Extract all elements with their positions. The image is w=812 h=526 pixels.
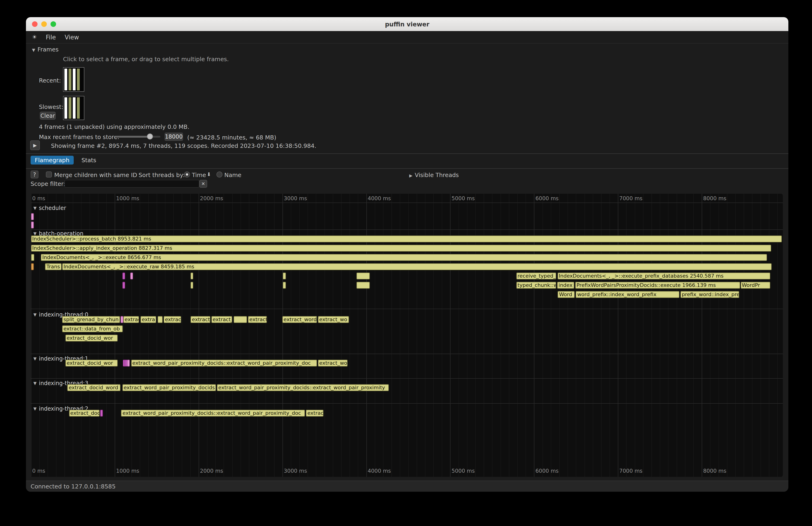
sort-name-radio[interactable] [216, 172, 222, 177]
scope-bar[interactable]: extract_word_pair_proximity_docids::extr… [121, 410, 305, 417]
scope-bar[interactable]: IndexScheduler>::process_batch 8953.821 … [31, 235, 782, 243]
menubar: ☀ FileView [26, 31, 788, 44]
recent-frames-thumb[interactable] [63, 67, 84, 92]
frames-hint: Click to select a frame, or drag to sele… [63, 56, 229, 62]
scope-bar[interactable] [130, 273, 133, 279]
scope-bar[interactable] [190, 273, 193, 279]
scope-bar[interactable] [31, 254, 34, 261]
scope-bar[interactable]: WordPr [740, 282, 770, 289]
collapse-down-icon: ▼ [33, 356, 37, 361]
minimize-window-button[interactable] [41, 21, 47, 27]
scope-bar[interactable] [356, 282, 369, 289]
scope-bar[interactable] [122, 273, 125, 279]
frames-section-label: Frames [38, 46, 59, 53]
scope-bar[interactable]: typed_chunk::w [516, 282, 556, 289]
time-tick-bottom: 5000 ms [452, 468, 475, 474]
connection-status: Connected to 127.0.0.1:8585 [31, 483, 116, 490]
frame-bar[interactable] [69, 69, 71, 90]
scope-bar[interactable]: prefix_word::index_prefix_wo [680, 291, 739, 298]
frame-bar[interactable] [69, 97, 71, 119]
scope-bar[interactable]: extract [248, 316, 267, 323]
scope-bar[interactable]: PrefixWordPairsProximityDocids::execute … [575, 282, 740, 289]
scope-bar[interactable]: Word [557, 291, 575, 298]
scope-bar[interactable]: index [557, 282, 574, 289]
frame-bar[interactable] [77, 69, 80, 90]
merge-children-checkbox[interactable] [46, 172, 52, 177]
flamegraph-canvas[interactable]: 0 ms0 ms1000 ms1000 ms2000 ms2000 ms3000… [31, 194, 783, 477]
clear-frames-button[interactable]: Clear [40, 112, 56, 120]
frames-section-header[interactable]: ▼Frames [32, 46, 59, 53]
slowest-frames-thumb[interactable] [63, 96, 84, 120]
scope-bar[interactable]: IndexDocuments<_, _>::execute 8656.677 m… [41, 254, 767, 261]
scope-bar[interactable]: extrac [306, 410, 323, 417]
scope-bar[interactable]: Trans [45, 263, 62, 270]
frame-bar[interactable] [64, 69, 67, 90]
scope-bar[interactable]: extract_word [282, 316, 317, 323]
scope-bar[interactable] [356, 273, 369, 279]
help-button[interactable]: ? [31, 171, 39, 178]
scope-bar[interactable] [283, 282, 286, 289]
merge-children-label[interactable]: Merge children with same ID [54, 172, 137, 178]
scope-bar[interactable]: extract_ [211, 316, 232, 323]
frame-bar[interactable] [73, 69, 75, 90]
scope-bar[interactable] [234, 316, 247, 323]
scope-bar[interactable]: receive_typed_ [516, 273, 556, 279]
scope-bar[interactable]: extract_docid_word [67, 384, 120, 391]
scope-bar[interactable]: extract_wo [318, 316, 349, 323]
scope-bar[interactable] [100, 410, 103, 417]
scope-bar[interactable]: IndexScheduler>::apply_index_operation 8… [31, 245, 771, 252]
theme-icon[interactable]: ☀ [32, 34, 37, 40]
thread-name: scheduler [39, 205, 66, 211]
time-tick-top: 4000 ms [368, 195, 391, 202]
sort-threads-label: Sort threads by: [139, 172, 185, 178]
scope-bar[interactable]: extract_docid_wor [65, 360, 117, 367]
scope-bar[interactable]: IndexDocuments<_, _>::execute_prefix_dat… [557, 273, 770, 279]
visible-threads-header[interactable]: ▶Visible Threads [409, 172, 459, 178]
scope-bar[interactable] [122, 282, 125, 289]
scope-bar[interactable]: extract_wo [318, 360, 347, 367]
scope-bar[interactable] [283, 273, 286, 279]
frame-bar[interactable] [77, 97, 80, 119]
scope-bar[interactable]: extract_word_pair_proximity_docids [122, 384, 216, 391]
scope-bar[interactable]: IndexDocuments<_, _>::execute_raw 8459.1… [62, 263, 771, 270]
menu-file[interactable]: File [46, 33, 56, 41]
scope-bar[interactable]: extract_docid_wor [65, 335, 117, 341]
scope-bar[interactable]: extrac [164, 316, 181, 323]
thread-header-scheduler[interactable]: ▼scheduler [33, 205, 66, 211]
scope-bar[interactable] [31, 213, 33, 220]
sort-time-radio[interactable] [184, 172, 190, 177]
scope-bar[interactable]: split_grenad_by_chun [62, 316, 120, 323]
play-pause-button[interactable]: ▶ [30, 141, 40, 150]
max-frames-slider-knob[interactable] [147, 133, 153, 140]
menu-view[interactable]: View [65, 33, 79, 41]
close-window-button[interactable] [32, 21, 38, 27]
scope-bar[interactable] [31, 263, 33, 270]
sort-direction-icon[interactable]: ⬇ [207, 172, 211, 177]
scope-bar[interactable]: extra [141, 316, 156, 323]
clear-filter-button[interactable]: ✕ [199, 180, 207, 188]
max-frames-note: (≈ 23428.5 minutes, ≈ 68 MB) [187, 134, 276, 141]
scope-bar[interactable]: extract [123, 316, 139, 323]
scope-bar[interactable] [31, 221, 33, 229]
frame-bar[interactable] [64, 97, 67, 119]
scope-bar[interactable] [190, 282, 193, 289]
tab-flamegraph[interactable]: Flamegraph [31, 156, 74, 164]
sort-name-label[interactable]: Name [224, 172, 242, 178]
frame-info: Showing frame #2, 8957.4 ms, 7 threads, … [51, 142, 316, 149]
titlebar[interactable]: puffin viewer [26, 17, 788, 31]
sort-time-label[interactable]: Time [192, 172, 206, 178]
scope-bar[interactable]: word_prefix::index_word_prefix [576, 291, 679, 298]
scope-bar[interactable] [121, 316, 124, 323]
frame-bar[interactable] [73, 97, 75, 119]
tab-stats[interactable]: Stats [77, 156, 101, 164]
zoom-window-button[interactable] [50, 21, 56, 27]
scope-bar[interactable] [157, 316, 162, 323]
max-frames-value[interactable]: 18000 [164, 133, 183, 141]
scope-bar[interactable] [127, 360, 130, 367]
scope-bar[interactable]: extract_ [190, 316, 210, 323]
scope-bar[interactable]: extract::data_from_ob [62, 325, 123, 332]
scope-bar[interactable]: extract_doc [69, 410, 99, 417]
scope-bar[interactable]: extract_word_pair_proximity_docids::extr… [131, 360, 317, 367]
scope-bar[interactable]: extract_word_pair_proximity_docids::extr… [217, 384, 389, 391]
scope-filter-input[interactable] [64, 180, 199, 188]
